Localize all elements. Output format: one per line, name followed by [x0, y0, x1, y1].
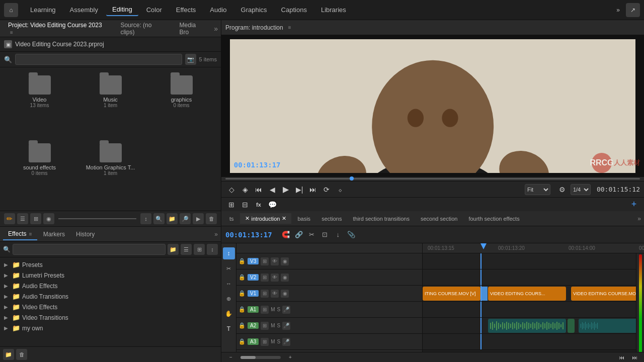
new-bin-btn[interactable]: 📁	[167, 213, 178, 224]
track-lock-a1[interactable]: 🔒	[238, 306, 246, 313]
captions-btn[interactable]: 💬	[266, 199, 278, 211]
automate-btn[interactable]: ▶	[193, 213, 204, 224]
panel-tabs-more[interactable]: »	[214, 25, 218, 33]
track-sync-v1[interactable]: ⊞	[261, 290, 269, 298]
clip-a2-audio[interactable]	[488, 319, 566, 333]
track-m-a3[interactable]: M	[271, 339, 275, 344]
timeline-scrubber[interactable]	[221, 177, 644, 181]
new-item-btn[interactable]: ✏	[4, 213, 15, 224]
tree-item-my-own[interactable]: ▶ 📁 my own	[0, 323, 221, 333]
track-target-v3[interactable]: ◉	[281, 257, 289, 265]
track-eye-v2[interactable]: 👁	[271, 274, 279, 282]
track-s-a1[interactable]: S	[277, 307, 281, 312]
play-out-btn[interactable]: ▶|	[293, 184, 305, 196]
home-button[interactable]: ⌂	[4, 3, 18, 17]
effects-sort-btn[interactable]: ↕	[207, 244, 218, 255]
search-input[interactable]	[15, 54, 182, 65]
go-next-btn[interactable]: ⏭	[307, 184, 319, 196]
snap-btn[interactable]: 🧲	[280, 229, 291, 240]
track-eye-v3[interactable]: 👁	[271, 257, 279, 265]
track-mic-a3[interactable]: 🎤	[282, 338, 290, 346]
track-lock-a3[interactable]: 🔒	[238, 338, 246, 345]
sort-btn[interactable]: ↕	[140, 213, 151, 224]
camera-search-btn[interactable]: 📷	[185, 54, 196, 65]
freeform-view-btn[interactable]: ◉	[43, 213, 54, 224]
grid-view-btn[interactable]: ⊞	[30, 213, 41, 224]
track-sync-v2[interactable]: ⊞	[261, 274, 269, 282]
effects-tab-more[interactable]: »	[214, 231, 218, 238]
tab-markers[interactable]: Markers	[38, 229, 70, 240]
export-button[interactable]: ↗	[626, 3, 640, 17]
timeline-tab-introduction[interactable]: ✕ introduction ✕	[240, 213, 292, 224]
safe-margins-btn[interactable]: ⊞	[225, 199, 237, 211]
zoom-in-btn[interactable]: +	[285, 352, 296, 363]
add-edit-btn[interactable]: ✂	[306, 229, 317, 240]
nav-audio[interactable]: Audio	[204, 4, 232, 16]
media-item-sound-effects[interactable]: sound effects 0 items	[4, 139, 75, 207]
track-lock-v1[interactable]: 🔒	[238, 290, 246, 297]
tree-item-video-transitions[interactable]: ▶ 📁 Video Transitions	[0, 312, 221, 323]
media-item-motion-graphics[interactable]: Motion Graphics T... 1 item	[75, 139, 146, 207]
lift-extract-btn[interactable]: ⊡	[319, 229, 331, 240]
mark-in-btn[interactable]: ◇	[225, 184, 237, 196]
effects-list-btn[interactable]: ☰	[181, 244, 192, 255]
tool-slip[interactable]: ↔	[223, 278, 235, 290]
tool-selection[interactable]: ↕	[223, 247, 235, 259]
nav-more-button[interactable]: »	[612, 5, 624, 16]
go-prev-btn[interactable]: ⏮	[253, 184, 265, 196]
media-item-video[interactable]: Video 13 items	[4, 71, 75, 139]
zoom-out-btn[interactable]: −	[225, 352, 236, 363]
effects-search-input[interactable]	[13, 244, 166, 255]
effects-new-btn[interactable]: 📁	[168, 244, 179, 255]
append-btn[interactable]: 📎	[346, 229, 357, 240]
nav-libraries[interactable]: Libraries	[315, 4, 352, 16]
timeline-tab-sections[interactable]: sections	[316, 214, 347, 224]
track-lock-v3[interactable]: 🔒	[238, 258, 246, 265]
track-lock-a2[interactable]: 🔒	[238, 322, 246, 329]
track-m-a1[interactable]: M	[271, 307, 275, 312]
nav-editing[interactable]: Editing	[106, 4, 138, 16]
timeline-tab-ts[interactable]: ts	[224, 214, 239, 224]
effects-delete-btn[interactable]: 🗑	[16, 349, 27, 360]
step-back-btn[interactable]: ◀	[266, 184, 278, 196]
track-sync-a2[interactable]: ⊞	[261, 322, 269, 330]
clip-v1-2[interactable]: VIDEO EDITING COURS...	[488, 287, 566, 301]
add-marker-btn[interactable]: ⬦	[334, 184, 346, 196]
clip-a2-small[interactable]	[568, 319, 575, 333]
media-item-graphics[interactable]: graphics 0 items	[146, 71, 217, 139]
fit-select[interactable]: Fit 25% 50% 100%	[525, 184, 550, 195]
nav-assembly[interactable]: Assembly	[64, 4, 104, 16]
tab-source[interactable]: Source: (no clips)	[115, 20, 172, 38]
track-sync-a1[interactable]: ⊞	[261, 306, 269, 314]
list-view-btn[interactable]: ☰	[17, 213, 28, 224]
tab-effects[interactable]: Effects ≡	[3, 228, 37, 240]
track-mic-a2[interactable]: 🎤	[282, 322, 290, 330]
clip-v1-main[interactable]: ITING COURSE.MOV [V]	[423, 287, 480, 301]
tab-history[interactable]: History	[71, 229, 100, 240]
tool-text[interactable]: T	[223, 323, 235, 335]
effects-folder-btn[interactable]: 📁	[3, 349, 14, 360]
timeline-tab-third-section[interactable]: third section transitions	[348, 214, 415, 224]
nav-graphics[interactable]: Graphics	[235, 4, 273, 16]
timeline-tab-basis[interactable]: basis	[292, 214, 315, 224]
track-sync-a3[interactable]: ⊞	[261, 338, 269, 346]
clip-a2-long[interactable]	[579, 319, 644, 333]
tool-hand[interactable]: ✋	[223, 308, 235, 320]
track-m-a2[interactable]: M	[271, 323, 275, 328]
track-s-a2[interactable]: S	[277, 323, 281, 328]
go-to-end-btn[interactable]: ⏭	[629, 352, 640, 363]
track-target-v2[interactable]: ◉	[281, 274, 289, 282]
timeline-tab-fourth-section[interactable]: fourth section effects	[463, 214, 524, 224]
track-s-a3[interactable]: S	[277, 339, 281, 344]
mark-out-btn[interactable]: ◈	[239, 184, 251, 196]
tab-project[interactable]: Project: Video Editing Course 2023 ≡	[3, 20, 113, 38]
tree-item-lumetri[interactable]: ▶ 📁 Lumetri Presets	[0, 270, 221, 281]
nav-captions[interactable]: Captions	[275, 4, 313, 16]
effects-grid-btn[interactable]: ⊞	[194, 244, 205, 255]
media-item-music[interactable]: Music 1 item	[75, 71, 146, 139]
filter-btn[interactable]: 🔍	[153, 213, 165, 224]
track-target-v1[interactable]: ◉	[281, 290, 289, 298]
nav-color[interactable]: Color	[140, 4, 168, 16]
nav-effects[interactable]: Effects	[170, 4, 202, 16]
tool-razor[interactable]: ✂	[223, 262, 235, 275]
